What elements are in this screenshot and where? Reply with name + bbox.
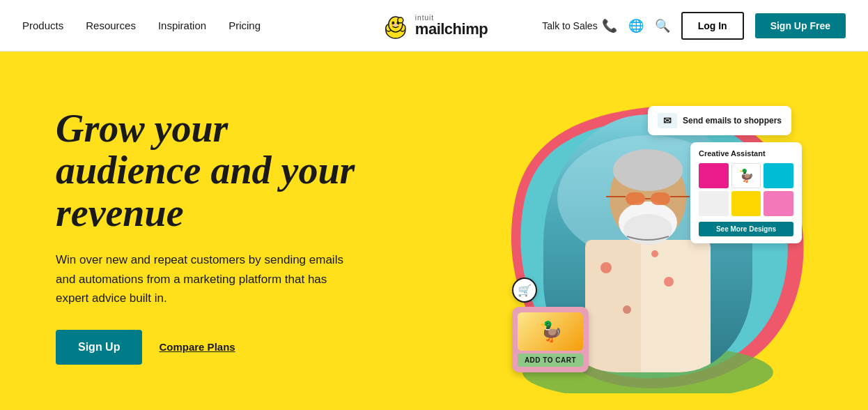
svg-rect-11 (585, 240, 641, 372)
nav-inspiration[interactable]: Inspiration (158, 20, 206, 31)
hero-left: Grow your audience and your revenue Win … (56, 93, 446, 365)
product-card: 🦆 ADD TO CART (512, 307, 589, 372)
hero-subtext: Win over new and repeat customers by sen… (56, 250, 355, 308)
talk-to-sales[interactable]: Talk to Sales 📞 (542, 18, 617, 33)
svg-rect-20 (626, 192, 645, 205)
design-cell-1 (699, 163, 729, 188)
svg-point-7 (398, 17, 403, 23)
hero-section: Grow your audience and your revenue Win … (0, 52, 868, 410)
svg-point-6 (393, 24, 398, 26)
cart-icon-circle: 🛒 (512, 278, 537, 303)
nav-products[interactable]: Products (22, 20, 63, 31)
logo[interactable]: intuit mailchimp (380, 10, 488, 41)
globe-icon[interactable]: 🌐 (628, 18, 644, 33)
nav-left: Products Resources Inspiration Pricing (22, 20, 261, 31)
design-cell-5 (731, 191, 761, 216)
compare-plans-link[interactable]: Compare Plans (159, 341, 235, 353)
svg-point-13 (664, 277, 674, 287)
svg-point-15 (651, 250, 658, 257)
nav-right: Talk to Sales 📞 🌐 🔍 Log In Sign Up Free (542, 12, 846, 40)
hero-signup-button[interactable]: Sign Up (56, 330, 142, 365)
talk-to-sales-label: Talk to Sales (542, 20, 597, 31)
design-cell-4 (699, 191, 729, 216)
product-image: 🦆 (518, 312, 583, 351)
card-creative-assistant: Creative Assistant 🦆 See More Designs (690, 142, 802, 243)
logo-text: intuit mailchimp (415, 15, 488, 37)
logo-icon (380, 10, 411, 41)
cart-icon: 🛒 (518, 284, 532, 297)
phone-icon: 📞 (602, 18, 617, 33)
design-cell-3 (764, 163, 793, 188)
login-button[interactable]: Log In (681, 12, 744, 40)
search-icon[interactable]: 🔍 (655, 18, 670, 33)
svg-rect-21 (651, 192, 670, 205)
svg-point-19 (613, 149, 683, 191)
logo-mailchimp-label: mailchimp (415, 22, 488, 37)
svg-point-12 (600, 262, 612, 273)
signup-button[interactable]: Sign Up Free (755, 13, 846, 38)
nav-resources[interactable]: Resources (86, 20, 136, 31)
creative-assistant-title: Creative Assistant (699, 149, 793, 158)
see-more-designs-button[interactable]: See More Designs (699, 222, 793, 236)
nav-pricing[interactable]: Pricing (228, 20, 261, 31)
creative-designs-grid: 🦆 (699, 163, 793, 216)
design-cell-2: 🦆 (731, 163, 761, 188)
hero-actions: Sign Up Compare Plans (56, 330, 446, 365)
card-email-label: Send emails to shoppers (683, 116, 782, 126)
add-to-cart-label: ADD TO CART (518, 354, 583, 367)
navbar: Products Resources Inspiration Pricing i… (0, 0, 868, 52)
design-cell-6 (764, 191, 793, 216)
hero-illustration: ✉ Send emails to shoppers Creative Assis… (474, 93, 812, 410)
svg-point-14 (623, 305, 631, 314)
email-icon: ✉ (658, 113, 677, 128)
hero-heading: Grow your audience and your revenue (56, 107, 446, 234)
card-email-shoppers: ✉ Send emails to shoppers (648, 106, 791, 135)
